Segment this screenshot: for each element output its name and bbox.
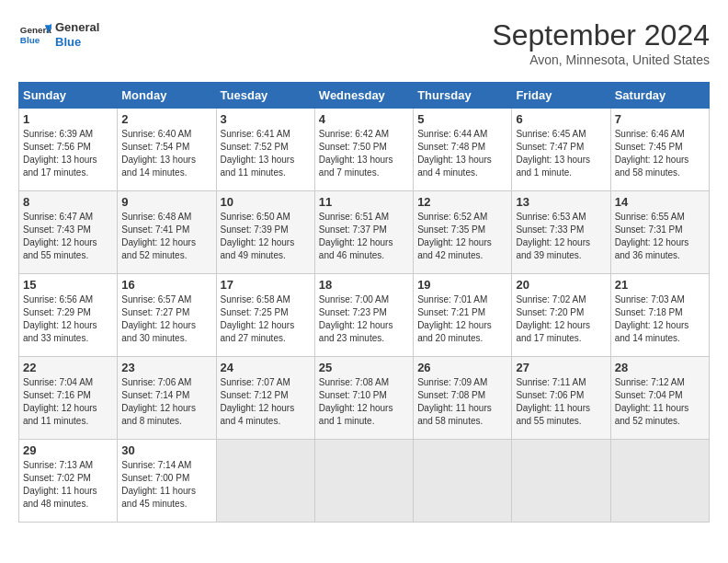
week-row-0: 1Sunrise: 6:39 AM Sunset: 7:56 PM Daylig… (19, 109, 710, 191)
day-number: 7 (615, 112, 705, 126)
day-info: Sunrise: 6:42 AM Sunset: 7:50 PM Dayligh… (319, 128, 409, 179)
day-info: Sunrise: 6:57 AM Sunset: 7:27 PM Dayligh… (121, 293, 211, 345)
day-info: Sunrise: 6:58 AM Sunset: 7:25 PM Dayligh… (221, 293, 311, 345)
calendar-cell: 13Sunrise: 6:53 AM Sunset: 7:33 PM Dayli… (512, 191, 610, 274)
day-info: Sunrise: 7:06 AM Sunset: 7:14 PM Dayligh… (121, 376, 211, 428)
calendar-cell: 9Sunrise: 6:48 AM Sunset: 7:41 PM Daylig… (118, 191, 216, 274)
calendar-cell: 21Sunrise: 7:03 AM Sunset: 7:18 PM Dayli… (610, 274, 709, 357)
calendar-cell: 26Sunrise: 7:09 AM Sunset: 7:08 PM Dayli… (414, 357, 512, 440)
calendar-cell: 2Sunrise: 6:40 AM Sunset: 7:54 PM Daylig… (118, 109, 216, 191)
day-number: 11 (319, 195, 409, 209)
calendar-cell: 14Sunrise: 6:55 AM Sunset: 7:31 PM Dayli… (610, 191, 709, 274)
week-row-4: 29Sunrise: 7:13 AM Sunset: 7:02 PM Dayli… (19, 440, 710, 523)
calendar-cell: 17Sunrise: 6:58 AM Sunset: 7:25 PM Dayli… (216, 274, 314, 357)
logo: General Blue General Blue (18, 18, 99, 52)
day-number: 8 (23, 195, 113, 209)
day-number: 19 (417, 278, 507, 292)
day-number: 25 (319, 361, 409, 374)
weekday-header-saturday: Saturday (610, 83, 709, 109)
weekday-header-wednesday: Wednesday (314, 83, 413, 109)
logo-icon: General Blue (18, 18, 51, 52)
weekday-header-row: SundayMondayTuesdayWednesdayThursdayFrid… (19, 83, 710, 109)
calendar-cell (414, 440, 512, 523)
day-number: 3 (221, 112, 311, 126)
calendar-cell: 6Sunrise: 6:45 AM Sunset: 7:47 PM Daylig… (512, 109, 610, 191)
calendar-cell (314, 440, 413, 523)
calendar-cell: 27Sunrise: 7:11 AM Sunset: 7:06 PM Dayli… (512, 357, 610, 440)
calendar-cell: 19Sunrise: 7:01 AM Sunset: 7:21 PM Dayli… (414, 274, 512, 357)
title-block: September 2024 Avon, Minnesota, United S… (492, 18, 710, 67)
calendar-cell: 7Sunrise: 6:46 AM Sunset: 7:45 PM Daylig… (610, 109, 709, 191)
week-row-2: 15Sunrise: 6:56 AM Sunset: 7:29 PM Dayli… (19, 274, 710, 357)
day-info: Sunrise: 7:02 AM Sunset: 7:20 PM Dayligh… (516, 293, 606, 345)
logo-blue-text: Blue (55, 35, 99, 50)
day-info: Sunrise: 6:39 AM Sunset: 7:56 PM Dayligh… (23, 128, 113, 179)
svg-text:Blue: Blue (20, 35, 40, 45)
page-header: General Blue General Blue September 2024… (18, 18, 710, 67)
day-info: Sunrise: 6:48 AM Sunset: 7:41 PM Dayligh… (121, 211, 211, 262)
day-info: Sunrise: 7:03 AM Sunset: 7:18 PM Dayligh… (615, 293, 705, 345)
week-row-1: 8Sunrise: 6:47 AM Sunset: 7:43 PM Daylig… (19, 191, 710, 274)
calendar-cell: 23Sunrise: 7:06 AM Sunset: 7:14 PM Dayli… (118, 357, 216, 440)
day-number: 6 (516, 112, 606, 126)
calendar-cell: 15Sunrise: 6:56 AM Sunset: 7:29 PM Dayli… (19, 274, 118, 357)
day-number: 27 (516, 361, 606, 374)
weekday-header-monday: Monday (118, 83, 216, 109)
day-info: Sunrise: 7:11 AM Sunset: 7:06 PM Dayligh… (516, 376, 606, 428)
day-info: Sunrise: 7:04 AM Sunset: 7:16 PM Dayligh… (23, 376, 113, 428)
day-number: 12 (417, 195, 507, 209)
day-info: Sunrise: 7:13 AM Sunset: 7:02 PM Dayligh… (23, 459, 113, 511)
calendar-cell: 25Sunrise: 7:08 AM Sunset: 7:10 PM Dayli… (314, 357, 413, 440)
logo-general-text: General (55, 20, 99, 35)
day-info: Sunrise: 6:52 AM Sunset: 7:35 PM Dayligh… (417, 211, 507, 262)
day-number: 13 (516, 195, 606, 209)
day-number: 14 (615, 195, 705, 209)
location-text: Avon, Minnesota, United States (492, 52, 710, 67)
day-info: Sunrise: 6:56 AM Sunset: 7:29 PM Dayligh… (23, 293, 113, 345)
calendar-cell (216, 440, 314, 523)
calendar-cell: 18Sunrise: 7:00 AM Sunset: 7:23 PM Dayli… (314, 274, 413, 357)
calendar-cell: 11Sunrise: 6:51 AM Sunset: 7:37 PM Dayli… (314, 191, 413, 274)
day-info: Sunrise: 7:14 AM Sunset: 7:00 PM Dayligh… (121, 459, 211, 511)
day-info: Sunrise: 6:55 AM Sunset: 7:31 PM Dayligh… (615, 211, 705, 262)
month-title: September 2024 (492, 18, 710, 52)
day-number: 17 (221, 278, 311, 292)
day-info: Sunrise: 6:53 AM Sunset: 7:33 PM Dayligh… (516, 211, 606, 262)
day-number: 23 (121, 361, 211, 374)
day-info: Sunrise: 7:08 AM Sunset: 7:10 PM Dayligh… (319, 376, 409, 428)
week-row-3: 22Sunrise: 7:04 AM Sunset: 7:16 PM Dayli… (19, 357, 710, 440)
calendar-cell: 29Sunrise: 7:13 AM Sunset: 7:02 PM Dayli… (19, 440, 118, 523)
calendar-body: 1Sunrise: 6:39 AM Sunset: 7:56 PM Daylig… (19, 109, 710, 523)
day-info: Sunrise: 6:51 AM Sunset: 7:37 PM Dayligh… (319, 211, 409, 262)
calendar-cell: 16Sunrise: 6:57 AM Sunset: 7:27 PM Dayli… (118, 274, 216, 357)
day-info: Sunrise: 7:09 AM Sunset: 7:08 PM Dayligh… (417, 376, 507, 428)
day-number: 21 (615, 278, 705, 292)
day-number: 5 (417, 112, 507, 126)
day-number: 4 (319, 112, 409, 126)
day-number: 1 (23, 112, 113, 126)
calendar-cell: 10Sunrise: 6:50 AM Sunset: 7:39 PM Dayli… (216, 191, 314, 274)
day-number: 10 (221, 195, 311, 209)
calendar-cell: 3Sunrise: 6:41 AM Sunset: 7:52 PM Daylig… (216, 109, 314, 191)
day-number: 2 (121, 112, 211, 126)
day-info: Sunrise: 6:46 AM Sunset: 7:45 PM Dayligh… (615, 128, 705, 179)
weekday-header-thursday: Thursday (414, 83, 512, 109)
calendar-cell: 12Sunrise: 6:52 AM Sunset: 7:35 PM Dayli… (414, 191, 512, 274)
day-number: 29 (23, 443, 113, 457)
weekday-header-friday: Friday (512, 83, 610, 109)
calendar-table: SundayMondayTuesdayWednesdayThursdayFrid… (18, 82, 710, 523)
calendar-cell: 22Sunrise: 7:04 AM Sunset: 7:16 PM Dayli… (19, 357, 118, 440)
day-info: Sunrise: 7:01 AM Sunset: 7:21 PM Dayligh… (417, 293, 507, 345)
day-number: 22 (23, 361, 113, 374)
day-info: Sunrise: 6:47 AM Sunset: 7:43 PM Dayligh… (23, 211, 113, 262)
day-info: Sunrise: 6:41 AM Sunset: 7:52 PM Dayligh… (221, 128, 311, 179)
calendar-cell: 28Sunrise: 7:12 AM Sunset: 7:04 PM Dayli… (610, 357, 709, 440)
day-number: 15 (23, 278, 113, 292)
day-info: Sunrise: 7:00 AM Sunset: 7:23 PM Dayligh… (319, 293, 409, 345)
calendar-cell: 5Sunrise: 6:44 AM Sunset: 7:48 PM Daylig… (414, 109, 512, 191)
day-number: 24 (221, 361, 311, 374)
calendar-cell (610, 440, 709, 523)
day-number: 30 (121, 443, 211, 457)
calendar-cell: 4Sunrise: 6:42 AM Sunset: 7:50 PM Daylig… (314, 109, 413, 191)
weekday-header-sunday: Sunday (19, 83, 118, 109)
